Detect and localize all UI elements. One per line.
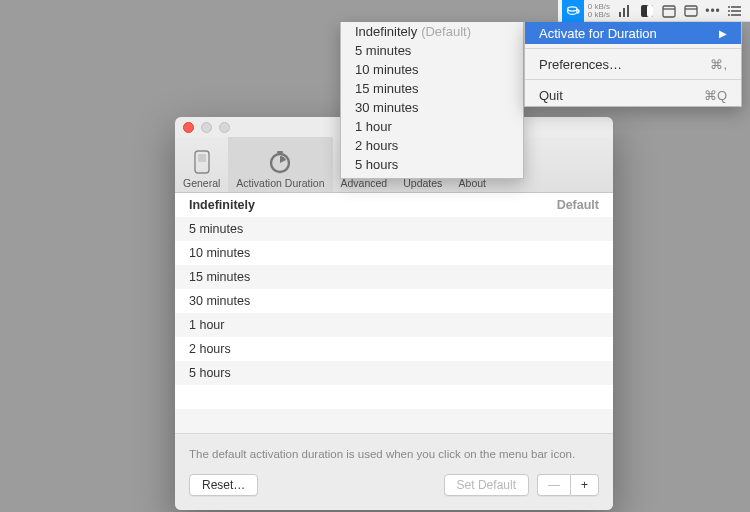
list-item[interactable]: 30 minutes bbox=[175, 289, 613, 313]
add-remove-segment: — + bbox=[537, 474, 599, 496]
list-item-label: 2 hours bbox=[189, 342, 231, 356]
svg-rect-1 bbox=[619, 12, 621, 17]
list-item[interactable]: 10 minutes bbox=[175, 241, 613, 265]
svg-point-15 bbox=[728, 14, 730, 16]
submenu-item[interactable]: 1 hour bbox=[341, 117, 523, 136]
list-item-label: 1 hour bbox=[189, 318, 224, 332]
list-item[interactable]: 15 minutes bbox=[175, 265, 613, 289]
duration-submenu: Indefinitely(Default) 5 minutes 10 minut… bbox=[340, 22, 524, 179]
list-item-label: 10 minutes bbox=[189, 246, 250, 260]
svg-rect-6 bbox=[663, 6, 675, 17]
submenu-item-note: (Default) bbox=[421, 24, 471, 39]
menu-shortcut: ⌘Q bbox=[704, 88, 727, 103]
reset-button[interactable]: Reset… bbox=[189, 474, 258, 496]
submenu-item-label: 1 hour bbox=[355, 119, 392, 134]
menu-separator bbox=[525, 79, 741, 80]
menu-quit[interactable]: Quit ⌘Q bbox=[525, 84, 741, 106]
set-default-button[interactable]: Set Default bbox=[444, 474, 529, 496]
list-item-label: 5 minutes bbox=[189, 222, 243, 236]
list-item[interactable] bbox=[175, 409, 613, 433]
list-item-label: Indefinitely bbox=[189, 198, 255, 212]
submenu-item[interactable]: 30 minutes bbox=[341, 98, 523, 117]
menu-item-label: Preferences… bbox=[539, 57, 622, 72]
tab-label: General bbox=[183, 177, 220, 189]
menubar: 0 kB/s 0 kB/s ••• bbox=[558, 0, 750, 22]
menu-shortcut: ⌘, bbox=[710, 57, 727, 72]
submenu-item-label: 5 minutes bbox=[355, 43, 411, 58]
submenu-item[interactable]: 5 minutes bbox=[341, 41, 523, 60]
hint-text: The default activation duration is used … bbox=[189, 448, 599, 460]
submenu-item[interactable]: 10 minutes bbox=[341, 60, 523, 79]
submenu-item[interactable]: Indefinitely(Default) bbox=[341, 22, 523, 41]
app-cup-icon[interactable] bbox=[562, 0, 584, 22]
calendar-icon[interactable] bbox=[658, 0, 680, 22]
more-icon[interactable]: ••• bbox=[702, 0, 724, 22]
list-item[interactable]: IndefinitelyDefault bbox=[175, 193, 613, 217]
submenu-item[interactable]: 2 hours bbox=[341, 136, 523, 155]
submenu-item-label: 30 minutes bbox=[355, 100, 419, 115]
tab-activation-duration[interactable]: Activation Duration bbox=[228, 137, 332, 192]
list-item[interactable]: 2 hours bbox=[175, 337, 613, 361]
duration-list: IndefinitelyDefault 5 minutes 10 minutes… bbox=[175, 193, 613, 433]
menu-preferences[interactable]: Preferences… ⌘, bbox=[525, 53, 741, 75]
remove-button[interactable]: — bbox=[537, 474, 570, 496]
timer-icon bbox=[266, 149, 294, 175]
list-item[interactable]: 5 hours bbox=[175, 361, 613, 385]
list-icon[interactable] bbox=[724, 0, 746, 22]
network-speed: 0 kB/s 0 kB/s bbox=[584, 3, 614, 19]
net-down: 0 kB/s bbox=[588, 11, 610, 19]
svg-rect-2 bbox=[623, 8, 625, 17]
list-item[interactable]: 1 hour bbox=[175, 313, 613, 337]
list-item-label: 5 hours bbox=[189, 366, 231, 380]
switch-icon bbox=[188, 149, 216, 175]
menu-item-label: Activate for Duration bbox=[539, 26, 657, 41]
menu-separator bbox=[525, 48, 741, 49]
menu-item-label: Quit bbox=[539, 88, 563, 103]
submenu-item-label: 15 minutes bbox=[355, 81, 419, 96]
list-item[interactable] bbox=[175, 385, 613, 409]
svg-rect-19 bbox=[277, 151, 283, 153]
submenu-item[interactable]: 15 minutes bbox=[341, 79, 523, 98]
svg-point-14 bbox=[728, 10, 730, 12]
chart-icon[interactable] bbox=[614, 0, 636, 22]
footer: The default activation duration is used … bbox=[175, 433, 613, 510]
tab-label: Activation Duration bbox=[236, 177, 324, 189]
submenu-item[interactable]: 5 hours bbox=[341, 155, 523, 174]
add-button[interactable]: + bbox=[570, 474, 599, 496]
svg-point-13 bbox=[728, 6, 730, 8]
submenu-item-label: 2 hours bbox=[355, 138, 398, 153]
svg-point-0 bbox=[567, 6, 576, 10]
svg-rect-3 bbox=[627, 5, 629, 17]
list-item-label: 30 minutes bbox=[189, 294, 250, 308]
app-menu: Activate for Duration ▶ Preferences… ⌘, … bbox=[524, 22, 742, 107]
contrast-icon[interactable] bbox=[636, 0, 658, 22]
window-icon[interactable] bbox=[680, 0, 702, 22]
submenu-item-label: 10 minutes bbox=[355, 62, 419, 77]
svg-rect-17 bbox=[198, 154, 206, 162]
svg-rect-8 bbox=[685, 6, 697, 16]
list-item[interactable]: 5 minutes bbox=[175, 217, 613, 241]
submenu-item-label: 5 hours bbox=[355, 157, 398, 172]
menu-activate-for-duration[interactable]: Activate for Duration ▶ bbox=[525, 22, 741, 44]
list-item-note: Default bbox=[557, 198, 599, 212]
chevron-right-icon: ▶ bbox=[719, 28, 727, 39]
tab-general[interactable]: General bbox=[175, 137, 228, 192]
submenu-item-label: Indefinitely bbox=[355, 24, 417, 39]
list-item-label: 15 minutes bbox=[189, 270, 250, 284]
svg-rect-5 bbox=[647, 5, 653, 17]
